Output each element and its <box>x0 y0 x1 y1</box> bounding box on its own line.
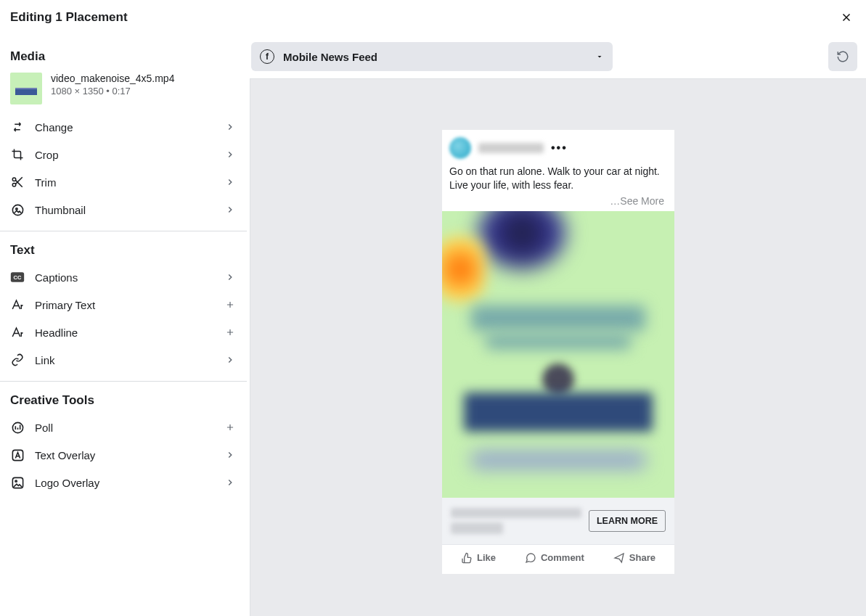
chevron-right-icon <box>224 476 237 489</box>
post-menu-button[interactable]: ••• <box>551 141 568 155</box>
section-text-title: Text <box>0 237 247 263</box>
sidebar-item-link[interactable]: Link <box>0 346 247 374</box>
chevron-right-icon <box>224 148 237 161</box>
sidebar-item-label: Crop <box>35 149 213 161</box>
preview-canvas: ••• Go on that run alone. Walk to your c… <box>250 78 866 616</box>
divider <box>0 381 247 382</box>
sidebar-item-label: Change <box>35 121 213 134</box>
sidebar-item-label: Poll <box>35 422 213 434</box>
post-primary-text: Go on that run alone. Walk to your car a… <box>442 163 674 195</box>
sidebar-item-primary-text[interactable]: Primary Text <box>0 291 247 319</box>
svg-point-3 <box>15 208 17 209</box>
chevron-right-icon <box>224 176 237 189</box>
link-headline-placeholder <box>451 522 503 534</box>
facebook-icon: f <box>260 49 274 64</box>
sidebar-item-label: Trim <box>35 176 213 189</box>
sidebar-item-headline[interactable]: Headline <box>0 319 247 346</box>
plus-icon <box>224 421 237 434</box>
preview-area: f Mobile News Feed ••• <box>247 35 866 616</box>
share-button[interactable]: Share <box>613 552 655 564</box>
link-domain-placeholder <box>451 508 581 518</box>
sidebar-item-captions[interactable]: CC Captions <box>0 263 247 291</box>
media-dimensions: 1080 × 1350 • 0:17 <box>51 86 174 96</box>
plus-icon <box>224 298 237 311</box>
refresh-icon <box>836 50 849 63</box>
ad-preview-card: ••• Go on that run alone. Walk to your c… <box>442 130 674 574</box>
see-more-link[interactable]: …See More <box>442 195 674 211</box>
share-icon <box>613 552 625 564</box>
sidebar-item-text-overlay[interactable]: Text Overlay <box>0 441 247 469</box>
text-icon <box>10 325 25 340</box>
sidebar-item-thumbnail[interactable]: Thumbnail <box>0 196 247 223</box>
sidebar-item-logo-overlay[interactable]: Logo Overlay <box>0 469 247 496</box>
close-icon <box>840 11 853 24</box>
like-button[interactable]: Like <box>461 552 496 564</box>
svg-point-9 <box>15 480 16 481</box>
svg-text:CC: CC <box>14 274 22 281</box>
media-thumbnail <box>10 73 42 104</box>
link-card-footer: LEARN MORE <box>442 498 674 544</box>
page-title: Editing 1 Placement <box>10 10 128 25</box>
image-overlay-icon <box>10 475 25 490</box>
share-label: Share <box>629 552 655 563</box>
sidebar-item-label: Logo Overlay <box>35 477 213 489</box>
sidebar-item-label: Link <box>35 354 213 366</box>
svg-point-2 <box>12 205 23 215</box>
media-file-row[interactable]: video_makenoise_4x5.mp4 1080 × 1350 • 0:… <box>0 70 247 113</box>
ad-creative <box>442 211 674 498</box>
poll-icon <box>10 420 25 435</box>
sidebar-item-label: Text Overlay <box>35 449 213 461</box>
comment-button[interactable]: Comment <box>525 552 584 564</box>
cta-button[interactable]: LEARN MORE <box>589 510 666 532</box>
sidebar: Media video_makenoise_4x5.mp4 1080 × 135… <box>0 35 247 616</box>
text-icon <box>10 297 25 312</box>
divider <box>0 231 247 231</box>
page-name-placeholder <box>478 143 544 153</box>
sidebar-item-crop[interactable]: Crop <box>0 141 247 168</box>
caret-down-icon <box>595 52 604 61</box>
chevron-right-icon <box>224 203 237 216</box>
swap-icon <box>10 120 25 134</box>
crop-icon <box>10 147 25 162</box>
chevron-right-icon <box>224 271 237 284</box>
scissors-icon <box>10 175 25 189</box>
image-icon <box>10 202 25 217</box>
section-media-title: Media <box>0 44 247 70</box>
sidebar-item-label: Captions <box>35 271 213 284</box>
chevron-right-icon <box>224 353 237 366</box>
chevron-right-icon <box>224 120 237 134</box>
sidebar-item-poll[interactable]: Poll <box>0 414 247 441</box>
section-tools-title: Creative Tools <box>0 387 247 414</box>
media-filename: video_makenoise_4x5.mp4 <box>51 73 174 84</box>
comment-label: Comment <box>541 552 584 563</box>
sidebar-item-change[interactable]: Change <box>0 113 247 141</box>
sidebar-item-label: Primary Text <box>35 299 213 311</box>
refresh-button[interactable] <box>828 42 857 71</box>
cc-icon: CC <box>10 270 25 284</box>
sidebar-item-trim[interactable]: Trim <box>0 168 247 196</box>
placement-label: Mobile News Feed <box>283 51 587 63</box>
text-overlay-icon <box>10 448 25 462</box>
sidebar-item-label: Thumbnail <box>35 204 213 216</box>
like-icon <box>461 552 473 564</box>
placement-select[interactable]: f Mobile News Feed <box>251 42 613 71</box>
like-label: Like <box>477 552 496 563</box>
sidebar-item-label: Headline <box>35 327 213 339</box>
link-icon <box>10 353 25 367</box>
close-button[interactable] <box>840 11 853 24</box>
page-avatar <box>449 137 471 159</box>
plus-icon <box>224 326 237 339</box>
comment-icon <box>525 552 536 564</box>
chevron-right-icon <box>224 448 237 461</box>
